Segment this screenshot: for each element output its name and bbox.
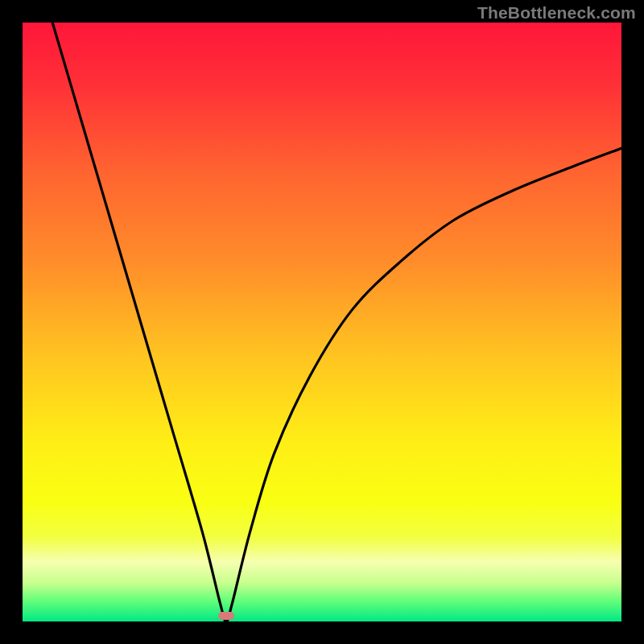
optimum-marker bbox=[218, 612, 234, 620]
chart-frame: TheBottleneck.com bbox=[0, 0, 644, 644]
plot-area bbox=[23, 23, 621, 621]
watermark-text: TheBottleneck.com bbox=[477, 3, 636, 23]
bottleneck-curve bbox=[23, 23, 621, 621]
